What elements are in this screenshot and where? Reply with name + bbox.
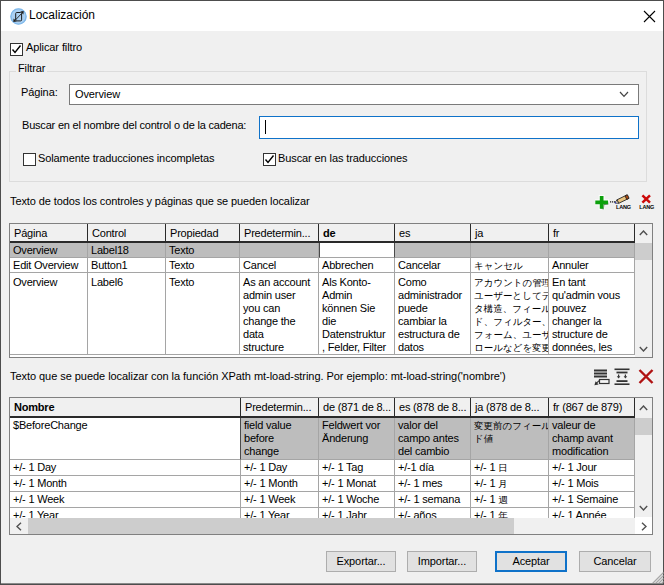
svg-text:LANG: LANG [639,204,654,210]
svg-text:LANG: LANG [616,204,631,210]
